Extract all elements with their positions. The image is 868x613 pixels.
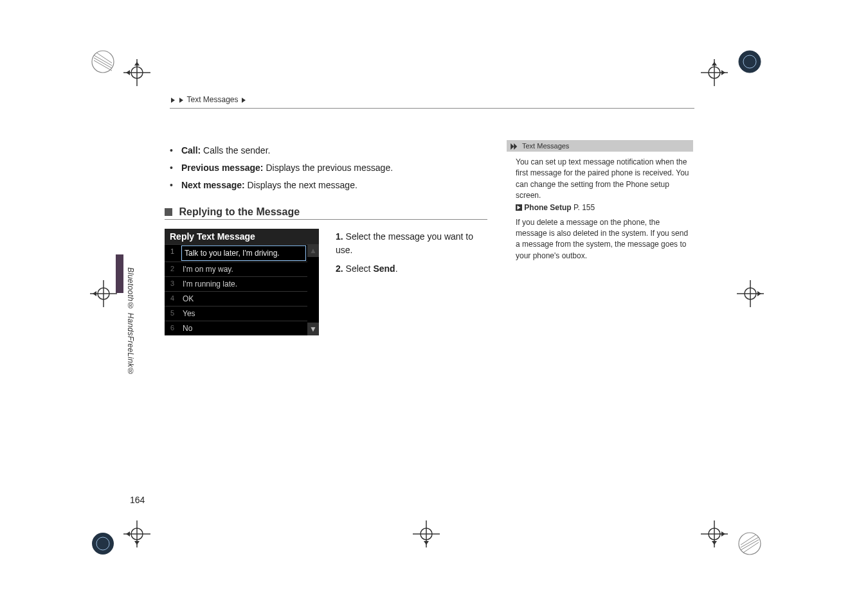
svg-marker-47	[514, 143, 517, 150]
device-screenshot: Reply Text Message 1 Talk to you later, …	[165, 229, 319, 335]
reply-option[interactable]: 5 Yes	[165, 306, 307, 321]
registration-mark-tl	[123, 59, 150, 86]
step-list: 1. Select the message you want to use. 2…	[336, 230, 484, 281]
option-index: 3	[165, 277, 180, 291]
svg-marker-18	[126, 70, 130, 75]
screenshot-title: Reply Text Message	[165, 229, 319, 244]
scroll-down-button[interactable]: ▼	[307, 323, 319, 335]
reply-option-selected[interactable]: 1 Talk to you later, I'm driving.	[165, 244, 307, 262]
option-index: 6	[165, 321, 180, 335]
svg-marker-35	[134, 541, 140, 545]
print-mark-tr	[737, 49, 763, 75]
chevron-right-icon	[179, 98, 183, 103]
sidebar-note-header: Text Messages	[507, 140, 693, 152]
reply-list: 1 Talk to you later, I'm driving. 2 I'm …	[165, 244, 307, 335]
divider	[170, 108, 694, 109]
reply-option[interactable]: 2 I'm on my way.	[165, 262, 307, 276]
section-heading-label: Replying to the Message	[179, 206, 300, 217]
option-text: Yes	[180, 306, 307, 321]
sidebar-note-title: Text Messages	[522, 142, 569, 150]
svg-point-5	[739, 51, 761, 73]
svg-marker-41	[721, 531, 725, 537]
section-heading: Replying to the Message	[165, 206, 487, 220]
svg-line-2	[94, 58, 112, 68]
print-mark-br	[737, 531, 763, 556]
breadcrumb: Text Messages	[170, 95, 247, 104]
registration-mark-bl	[123, 520, 150, 547]
ref-label: Phone Setup	[524, 203, 571, 212]
section-tab-label: Bluetooth® HandsFreeLink®	[126, 267, 135, 377]
print-mark-tl	[90, 49, 116, 75]
svg-marker-23	[721, 70, 725, 75]
fast-forward-icon	[511, 142, 518, 150]
registration-mark-tr	[701, 59, 728, 86]
breadcrumb-item: Text Messages	[186, 95, 238, 104]
bullet-desc: Calls the sender.	[201, 145, 270, 155]
chevron-right-icon	[171, 98, 175, 103]
option-text: Talk to you later, I'm driving.	[181, 245, 306, 261]
svg-marker-46	[511, 143, 514, 150]
option-text: I'm on my way.	[180, 262, 307, 276]
bullet-item: Next message: Displays the next message.	[170, 177, 491, 193]
option-text: No	[180, 321, 307, 335]
option-index: 5	[165, 306, 180, 321]
section-tab	[116, 254, 123, 293]
page: Text Messages Call: Calls the sender. Pr…	[0, 0, 868, 613]
registration-mark-br	[701, 520, 728, 547]
option-index: 2	[165, 262, 180, 276]
step: 1. Select the message you want to use.	[336, 230, 484, 257]
step-number: 1.	[336, 231, 346, 242]
bullet-desc: Displays the next message.	[245, 180, 357, 190]
option-text: I'm running late.	[180, 277, 307, 291]
svg-line-3	[94, 60, 112, 71]
svg-marker-45	[424, 541, 429, 545]
option-text: OK	[180, 292, 307, 306]
svg-marker-27	[93, 291, 96, 296]
step-text-b: .	[395, 263, 398, 274]
chevron-right-icon	[242, 98, 246, 103]
sidebar-note-ref: Phone Setup P. 155	[507, 202, 693, 212]
page-number: 164	[130, 495, 145, 505]
registration-mark-ml	[90, 280, 117, 307]
bullet-item: Call: Calls the sender.	[170, 143, 491, 159]
svg-point-7	[92, 533, 114, 555]
scroll-up-button[interactable]: ▲	[307, 244, 319, 257]
link-arrow-icon	[516, 203, 524, 212]
bullet-item: Previous message: Displays the previous …	[170, 160, 491, 176]
bullet-term: Next message:	[181, 180, 245, 190]
option-index: 1	[165, 245, 180, 262]
sidebar-note-paragraph: You can set up text message notification…	[507, 152, 693, 202]
scrollbar: ▲ ▼	[307, 244, 319, 335]
sidebar-note: Text Messages You can set up text messag…	[507, 140, 693, 262]
svg-marker-40	[712, 541, 717, 545]
reply-option[interactable]: 3 I'm running late.	[165, 276, 307, 291]
scrollbar-track[interactable]	[307, 257, 319, 323]
step: 2. Select Send.	[336, 262, 484, 276]
square-bullet-icon	[165, 208, 172, 216]
step-strong: Send	[373, 263, 395, 274]
step-text-a: Select	[346, 263, 374, 274]
reply-option[interactable]: 4 OK	[165, 291, 307, 306]
step-number: 2.	[336, 263, 346, 274]
bullet-desc: Displays the previous message.	[264, 163, 393, 173]
option-index: 4	[165, 292, 180, 306]
svg-marker-17	[134, 62, 140, 66]
svg-marker-31	[757, 291, 761, 296]
svg-marker-22	[712, 62, 717, 66]
sidebar-note-paragraph: If you delete a message on the phone, th…	[507, 212, 693, 262]
bullet-term: Call:	[181, 145, 201, 155]
ref-page: P. 155	[572, 203, 595, 212]
reply-option[interactable]: 6 No	[165, 321, 307, 335]
bullet-list: Call: Calls the sender. Previous message…	[170, 143, 491, 195]
svg-marker-36	[126, 531, 130, 537]
bullet-term: Previous message:	[181, 163, 264, 173]
step-text: Select the message you want to use.	[336, 231, 473, 255]
print-mark-bl	[90, 531, 116, 556]
registration-mark-bc	[413, 520, 440, 547]
registration-mark-mr	[737, 280, 764, 307]
